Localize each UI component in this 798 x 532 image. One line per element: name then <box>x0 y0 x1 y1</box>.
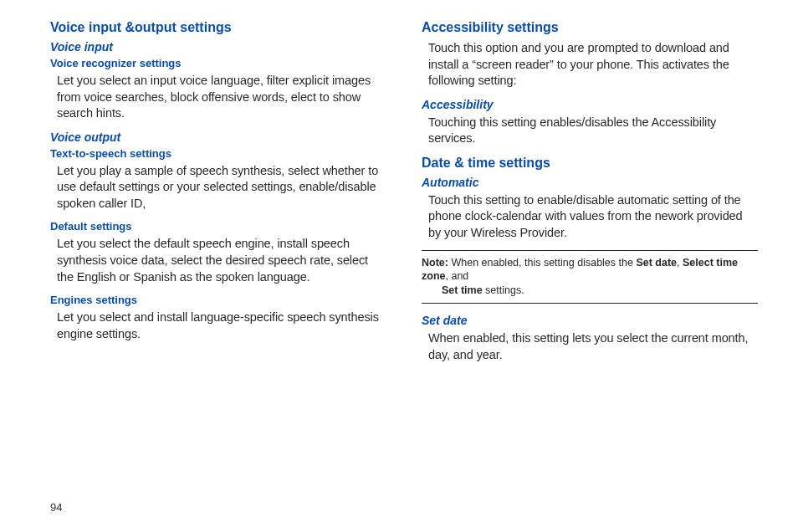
note-sep2: , and <box>445 270 468 282</box>
note-sep1: , <box>677 257 683 269</box>
para-automatic: Touch this setting to enable/disable aut… <box>428 192 758 242</box>
subheading-voice-output: Voice output <box>50 130 386 144</box>
left-column: Voice input &output settings Voice input… <box>50 20 386 371</box>
para-default-settings: Let you select the default speech engine… <box>57 236 386 285</box>
note-box: Note: When enabled, this setting disable… <box>422 250 758 304</box>
section-heading-voice-io: Voice input &output settings <box>50 20 386 35</box>
note-text-pre: When enabled, this setting disables the <box>448 257 636 269</box>
two-column-layout: Voice input &output settings Voice input… <box>50 20 758 371</box>
note-bold-set-date: Set date <box>636 257 677 269</box>
para-engines-settings: Let you select and install language-spec… <box>57 309 386 342</box>
subheading-set-date: Set date <box>422 314 758 327</box>
section-heading-accessibility: Accessibility settings <box>422 20 758 35</box>
para-voice-recognizer: Let you select an input voice language, … <box>57 73 386 122</box>
para-set-date: When enabled, this setting lets you sele… <box>428 330 758 363</box>
subheading-accessibility: Accessibility <box>422 98 758 111</box>
subsub-tts: Text-to-speech settings <box>50 147 386 160</box>
right-column: Accessibility settings Touch this option… <box>422 20 758 371</box>
subsub-engines-settings: Engines settings <box>50 294 386 306</box>
subheading-voice-input: Voice input <box>50 40 386 54</box>
note-label: Note: <box>422 257 448 269</box>
section-heading-date-time: Date & time settings <box>422 156 758 171</box>
note-bold-set-time: Set time <box>442 284 483 296</box>
subheading-automatic: Automatic <box>422 176 758 189</box>
subsub-default-settings: Default settings <box>50 220 386 233</box>
page-number: 94 <box>50 501 62 514</box>
para-accessibility-body: Touching this setting enables/disables t… <box>428 115 758 147</box>
subsub-voice-recognizer: Voice recognizer settings <box>50 57 386 69</box>
para-accessibility-intro: Touch this option and you are prompted t… <box>428 40 758 90</box>
note-text-post: settings. <box>483 284 524 296</box>
para-tts: Let you play a sample of speech synthesi… <box>57 163 386 212</box>
